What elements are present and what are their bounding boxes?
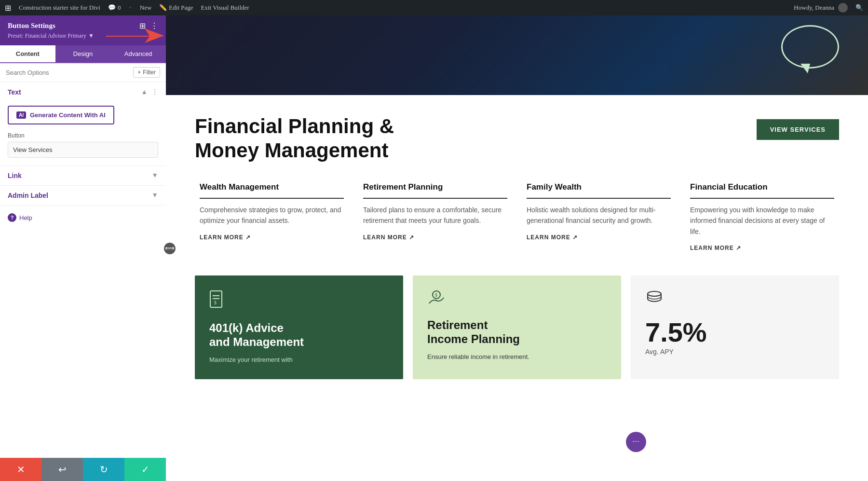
stat-number: 7.5% xyxy=(645,316,825,348)
card-retirement-icon: $ xyxy=(427,290,607,309)
chevron-down-icon[interactable]: ▼ xyxy=(151,172,158,179)
button-field-label: Button xyxy=(8,132,158,139)
svg-point-7 xyxy=(648,291,661,296)
admin-label-section: Admin Label ▼ xyxy=(0,186,166,206)
button-field-row: Button xyxy=(0,132,166,165)
services-grid: Wealth Management Comprehensive strategi… xyxy=(195,182,839,251)
comments-link[interactable]: 💬 0 xyxy=(108,4,121,12)
howdy-section: Howdy, Deanna 🔍 xyxy=(794,3,863,13)
wealth-management-title: Wealth Management xyxy=(200,182,344,199)
new-link[interactable]: New xyxy=(140,4,152,12)
svg-marker-0 xyxy=(106,28,164,43)
site-name-link[interactable]: Construction starter site for Divi xyxy=(19,4,100,12)
help-area[interactable]: ? Help xyxy=(0,206,166,230)
service-card-family-wealth: Family Wealth Holistic wealth solutions … xyxy=(522,182,676,251)
button-text-input[interactable] xyxy=(8,142,158,158)
arrow-icon: ↗ xyxy=(736,245,741,251)
search-input[interactable] xyxy=(6,69,129,76)
text-section-title: Text xyxy=(8,88,21,96)
card-401k-title: 401(k) Advice and Management xyxy=(209,321,389,349)
hero-background xyxy=(166,15,868,95)
stat-label: Avg. APY xyxy=(645,348,825,356)
card-retirement-income: $ Retirement Income Planning Ensure reli… xyxy=(413,275,621,379)
filter-button[interactable]: + Filter xyxy=(133,67,160,78)
text-section: Text ▲ ⋮ AI Generate Content With AI But… xyxy=(0,82,166,166)
page-preview: Financial Planning & Money Management VI… xyxy=(166,15,868,481)
view-services-button[interactable]: VIEW SERVICES xyxy=(757,119,839,140)
text-section-header[interactable]: Text ▲ ⋮ xyxy=(0,82,166,102)
wordpress-toolbar: ⊞ Construction starter site for Divi 💬 0… xyxy=(0,0,868,15)
panel-toggle-button[interactable]: ⟺ xyxy=(164,243,176,254)
svg-text:$: $ xyxy=(435,292,437,298)
link-section-header[interactable]: Link ▼ xyxy=(0,166,166,185)
chat-bubble-tail xyxy=(800,64,810,73)
wp-logo-icon: ⊞ xyxy=(5,3,11,13)
financial-education-text: Empowering you with knowledge to make in… xyxy=(690,205,834,237)
save-button[interactable]: ✓ xyxy=(124,458,166,481)
admin-label-section-header[interactable]: Admin Label ▼ xyxy=(0,186,166,205)
exit-builder-link[interactable]: Exit Visual Builder xyxy=(201,4,249,12)
settings-panel: Button Settings ⊞ ⋮ Preset: Financial Ad… xyxy=(0,15,166,481)
chevron-up-icon[interactable]: ▲ xyxy=(141,88,148,96)
content-body: Financial Planning & Money Management VI… xyxy=(166,95,868,399)
service-card-financial-education: Financial Education Empowering you with … xyxy=(685,182,839,251)
ai-badge: AI xyxy=(16,111,26,119)
card-stat-icon xyxy=(645,290,825,307)
card-401k: $ 401(k) Advice and Management Maximize … xyxy=(195,275,403,379)
main-headline: Financial Planning & Money Management xyxy=(195,114,394,163)
more-options-icon[interactable]: ⋮ xyxy=(151,88,158,96)
wealth-management-learn-more[interactable]: LEARN MORE ↗ xyxy=(200,234,344,241)
financial-education-title: Financial Education xyxy=(690,182,834,199)
card-stat: 7.5% Avg. APY xyxy=(631,275,839,379)
text-section-icons: ▲ ⋮ xyxy=(141,88,158,96)
service-card-retirement: Retirement Planning Tailored plans to en… xyxy=(358,182,512,251)
financial-education-learn-more[interactable]: LEARN MORE ↗ xyxy=(690,245,834,251)
chevron-down-icon[interactable]: ▼ xyxy=(151,192,158,199)
chat-bubble-outline xyxy=(781,25,839,69)
service-card-wealth: Wealth Management Comprehensive strategi… xyxy=(195,182,349,251)
retirement-planning-learn-more[interactable]: LEARN MORE ↗ xyxy=(363,234,507,241)
tab-content[interactable]: Content xyxy=(0,45,55,62)
wealth-management-text: Comprehensive strategies to grow, protec… xyxy=(200,205,344,226)
card-retirement-income-text: Ensure reliable income in retirement. xyxy=(427,352,607,362)
undo-button[interactable]: ↩ xyxy=(41,458,83,481)
cancel-button[interactable]: ✕ xyxy=(0,458,41,481)
admin-label-section-icons: ▼ xyxy=(151,192,158,199)
family-wealth-title: Family Wealth xyxy=(527,182,671,199)
tab-advanced[interactable]: Advanced xyxy=(110,45,166,62)
chat-bubble-button[interactable] xyxy=(626,432,646,452)
link-section-icons: ▼ xyxy=(151,172,158,179)
card-retirement-income-title: Retirement Income Planning xyxy=(427,318,607,346)
retirement-planning-title: Retirement Planning xyxy=(363,182,507,199)
svg-text:$: $ xyxy=(214,300,217,305)
panel-title: Button Settings xyxy=(8,22,55,30)
edit-page-link[interactable]: ✏️ Edit Page xyxy=(159,4,193,12)
retirement-planning-text: Tailored plans to ensure a comfortable, … xyxy=(363,205,507,226)
cards-row: $ 401(k) Advice and Management Maximize … xyxy=(195,275,839,379)
card-401k-icon: $ xyxy=(209,290,389,312)
redo-button[interactable]: ↻ xyxy=(83,458,124,481)
panel-tabs: Content Design Advanced xyxy=(0,45,166,63)
family-wealth-text: Holistic wealth solutions designed for m… xyxy=(527,205,671,226)
chevron-down-icon: ▼ xyxy=(88,32,94,40)
generate-ai-button[interactable]: AI Generate Content With AI xyxy=(8,106,114,124)
family-wealth-learn-more[interactable]: LEARN MORE ↗ xyxy=(527,234,671,241)
search-icon[interactable]: 🔍 xyxy=(855,4,863,12)
red-arrow-indicator xyxy=(106,26,164,47)
panel-bottom-bar: ✕ ↩ ↻ ✓ xyxy=(0,458,166,481)
arrow-icon: ↗ xyxy=(572,234,578,241)
link-section-title: Link xyxy=(8,172,22,179)
admin-label-section-title: Admin Label xyxy=(8,192,48,199)
arrow-icon: ↗ xyxy=(409,234,414,241)
arrow-icon: ↗ xyxy=(245,234,251,241)
text-section-content: AI Generate Content With AI Button xyxy=(0,106,166,165)
tab-design[interactable]: Design xyxy=(55,45,111,62)
card-401k-text: Maximize your retirement with xyxy=(209,355,389,365)
search-row: + Filter xyxy=(0,63,166,82)
user-avatar xyxy=(838,3,848,13)
headline-area: Financial Planning & Money Management VI… xyxy=(195,114,839,163)
filter-icon: + xyxy=(137,69,141,76)
link-section: Link ▼ xyxy=(0,166,166,186)
help-icon: ? xyxy=(8,213,16,222)
hero-section xyxy=(166,15,868,95)
